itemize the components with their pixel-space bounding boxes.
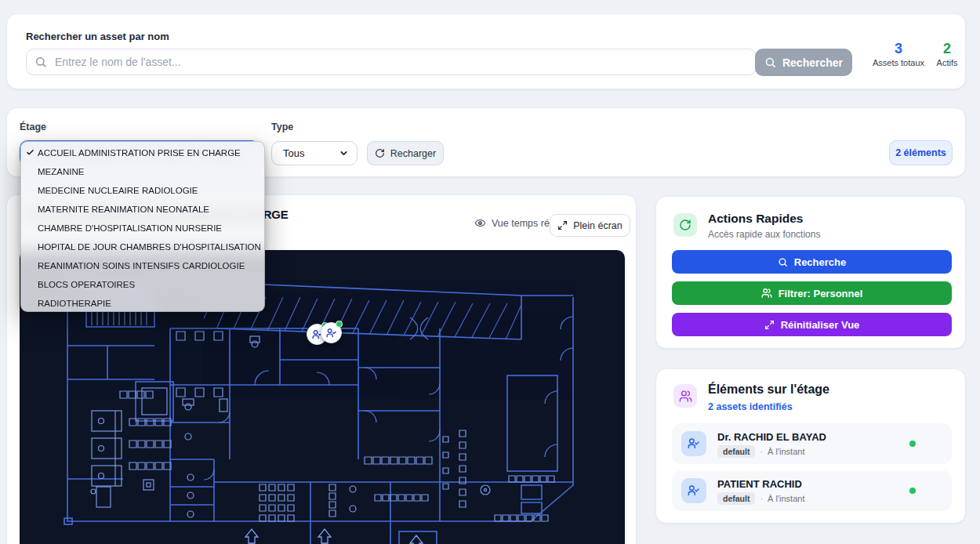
floor-option[interactable]: REANIMATION SOINS INTENSIFS CARDIOLOGIE	[21, 256, 264, 275]
fullscreen-button-label: Plein écran	[573, 220, 622, 231]
stat-actifs: 2 Actifs	[931, 41, 964, 67]
stat-assets-total: 3 Assets totaux	[866, 41, 931, 67]
search-input-wrap	[26, 49, 757, 75]
fullscreen-button[interactable]: Plein écran	[550, 214, 630, 237]
floor-option-label: MEZANINE	[38, 167, 84, 176]
realtime-indicator: Vue temps réel	[474, 217, 557, 229]
quick-action-reset-button[interactable]: Réinitialiser Vue	[672, 313, 952, 336]
asset-meta: default · À l'instant	[717, 492, 804, 505]
type-filter-label: Type	[271, 121, 293, 132]
user-check-icon	[681, 431, 706, 456]
asset-list-item[interactable]: PATIENT RACHID default · À l'instant	[672, 470, 952, 511]
type-select-value: Tous	[283, 147, 304, 159]
floor-option-label: RADIOTHERAPIE	[38, 299, 111, 308]
asset-name: Dr. RACHID EL BAYAD	[717, 431, 826, 443]
users-icon	[673, 384, 697, 408]
floor-option-label: ACCUEIL ADMINISTRATION PRISE EN CHARGE	[38, 148, 241, 158]
elements-count-badge: 2 éléments	[889, 140, 953, 165]
floor-dropdown-menu: ACCUEIL ADMINISTRATION PRISE EN CHARGE M…	[20, 141, 265, 312]
user-check-icon	[326, 328, 337, 339]
stat-actifs-value: 2	[931, 41, 964, 56]
search-label: Rechercher un asset par nom	[26, 31, 169, 42]
map-marker-person[interactable]	[321, 322, 342, 343]
search-button-label: Rechercher	[782, 56, 843, 69]
asset-search-card: Rechercher un asset par nom Rechercher 3…	[6, 13, 966, 89]
user-check-icon	[681, 478, 706, 503]
assets-identified-link[interactable]: 2 assets identifiés	[708, 401, 793, 412]
floor-elements-title: Éléments sur l'étage	[708, 383, 829, 397]
search-icon	[778, 257, 788, 267]
type-select[interactable]: Tous	[271, 141, 358, 165]
floor-option-label: BLOCS OPERATOIRES	[38, 280, 135, 289]
asset-badge: default	[717, 445, 755, 458]
quick-actions-card: Actions Rapides Accès rapide aux fonctio…	[655, 196, 966, 349]
quick-action-search-button[interactable]: Recherche	[672, 250, 952, 274]
reload-button[interactable]: Recharger	[367, 141, 444, 165]
floor-option[interactable]: MEDECINE NUCLEAIRE RADIOLOGIE	[21, 181, 264, 200]
users-icon	[761, 288, 772, 299]
quick-action-search-label: Recherche	[794, 256, 846, 268]
search-icon	[764, 56, 776, 68]
stat-assets-total-label: Assets totaux	[866, 58, 931, 67]
asset-meta: default · À l'instant	[717, 445, 804, 458]
quick-action-filter-button[interactable]: Filtrer: Personnel	[672, 281, 952, 305]
realtime-label: Vue temps réel	[492, 218, 557, 229]
meta-separator: ·	[760, 447, 763, 456]
floor-filter-label: Étage	[20, 121, 46, 132]
quick-action-reset-label: Réinitialiser Vue	[781, 319, 860, 331]
stat-assets-total-value: 3	[866, 41, 931, 56]
floor-option[interactable]: HOPITAL DE JOUR CHAMBRES D'HOSPITALISATI…	[21, 238, 264, 256]
marker-status-dot	[336, 321, 343, 328]
floor-option-label: CHAMBRE D'HOSPITALISATION NURSERIE	[38, 223, 222, 233]
floor-option-label: MATERNITE REANIMATION NEONATALE	[38, 205, 209, 214]
asset-list-item[interactable]: Dr. RACHID EL BAYAD default · À l'instan…	[672, 423, 952, 464]
maximize-icon	[764, 320, 775, 330]
floor-option-selected[interactable]: ACCUEIL ADMINISTRATION PRISE EN CHARGE	[21, 143, 264, 162]
meta-separator: ·	[760, 494, 763, 503]
reload-button-label: Recharger	[390, 148, 436, 159]
status-dot	[909, 441, 916, 447]
floor-option[interactable]: MATERNITE REANIMATION NEONATALE	[21, 200, 264, 219]
quick-actions-title: Actions Rapides	[708, 212, 803, 226]
chevron-down-icon	[339, 148, 349, 158]
floor-option-label: HOPITAL DE JOUR CHAMBRES D'HOSPITALISATI…	[38, 242, 261, 252]
eye-icon	[474, 217, 486, 229]
floor-option[interactable]: CHAMBRE D'HOSPITALISATION NURSERIE	[21, 219, 264, 238]
search-input[interactable]	[26, 49, 757, 75]
maximize-icon	[557, 220, 568, 230]
stat-actifs-label: Actifs	[931, 58, 964, 67]
asset-name: PATIENT RACHID	[717, 478, 802, 490]
floor-option-label: REANIMATION SOINS INTENSIFS CARDIOLOGIE	[38, 261, 245, 270]
status-dot	[909, 488, 916, 494]
floor-option-label: MEDECINE NUCLEAIRE RADIOLOGIE	[38, 186, 198, 195]
quick-action-filter-label: Filtrer: Personnel	[779, 288, 863, 299]
search-button[interactable]: Rechercher	[755, 49, 852, 76]
asset-last-seen: À l'instant	[768, 494, 804, 503]
check-icon	[26, 148, 34, 157]
refresh-icon	[375, 148, 385, 158]
search-icon	[34, 56, 47, 68]
asset-badge: default	[717, 492, 755, 505]
quick-actions-subtitle: Accès rapide aux fonctions	[708, 229, 820, 240]
floor-elements-card: Éléments sur l'étage 2 assets identifiés…	[655, 368, 966, 524]
floor-option[interactable]: MEZANINE	[21, 162, 264, 181]
floor-option[interactable]: RADIOTHERAPIE	[21, 294, 264, 312]
asset-last-seen: À l'instant	[768, 447, 804, 456]
refresh-icon	[673, 213, 697, 237]
floor-option[interactable]: BLOCS OPERATOIRES	[21, 275, 264, 294]
